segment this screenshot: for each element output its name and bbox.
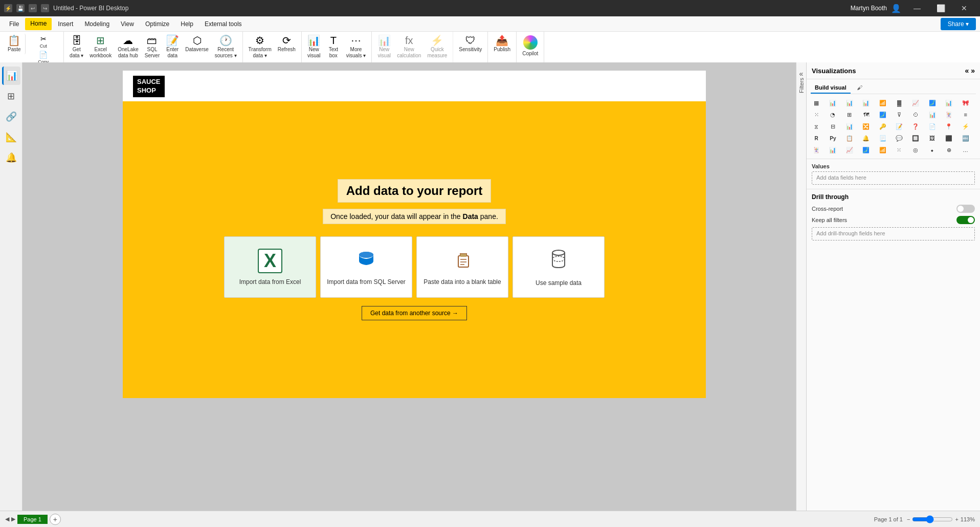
page-tab[interactable]: Page 1 xyxy=(17,515,48,524)
vis-icon-r[interactable]: R xyxy=(811,133,822,144)
vis-icon-donut[interactable]: ◎ xyxy=(910,144,921,156)
recent-sources-button[interactable]: 🕐 Recentsources ▾ xyxy=(212,34,239,60)
vis-icon-funnel[interactable]: ⊽ xyxy=(894,109,905,120)
add-page-button[interactable]: + xyxy=(50,514,61,525)
menu-modeling[interactable]: Modeling xyxy=(79,18,115,30)
drill-through-drop-zone[interactable]: Add drill-through fields here xyxy=(812,227,975,240)
sidebar-model-icon[interactable]: 🔗 xyxy=(2,107,20,126)
vis-icon-slicer[interactable]: ⧖ xyxy=(811,121,822,132)
vis-icon-ribbon[interactable]: 🎀 xyxy=(960,97,971,108)
vis-icon-textfilter[interactable]: 🔤 xyxy=(960,133,971,144)
vis-icon-area2[interactable]: 🗾 xyxy=(860,144,872,156)
vis-icon-more[interactable]: ⊕ xyxy=(943,144,954,156)
vis-icon-decomp[interactable]: 🔀 xyxy=(860,121,872,132)
vis-icon-map[interactable]: 🗺 xyxy=(860,109,872,120)
vis-icon-stacked-bar[interactable]: 📊 xyxy=(844,97,855,108)
refresh-button[interactable]: ⟳ Refresh xyxy=(275,34,298,54)
panel-collapse-button[interactable]: « xyxy=(965,67,969,75)
vis-icon-sparkline[interactable]: ⬥ xyxy=(927,144,938,156)
vis-icon-table[interactable]: ▦ xyxy=(811,97,822,108)
menu-file[interactable]: File xyxy=(4,18,24,30)
vis-icon-col2[interactable]: 📶 xyxy=(877,144,888,156)
vis-icon-scatter[interactable]: ⁙ xyxy=(811,109,822,120)
values-drop-zone[interactable]: Add data fields here xyxy=(812,171,975,185)
cut-button[interactable]: ✂ Cut xyxy=(27,34,61,50)
zoom-slider[interactable] xyxy=(912,515,953,523)
vis-icon-treemap[interactable]: ⊞ xyxy=(844,109,855,120)
get-data-link[interactable]: Get data from another source → xyxy=(362,306,467,320)
vis-icon-pie[interactable]: ◔ xyxy=(827,109,838,120)
sidebar-alerts-icon[interactable]: 🔔 xyxy=(2,148,20,167)
sidebar-report-icon[interactable]: 📊 xyxy=(2,67,20,85)
sample-card[interactable]: Use sample data xyxy=(513,236,605,298)
share-button[interactable]: Share ▾ xyxy=(941,18,976,30)
vis-icon-gauge[interactable]: ⏲ xyxy=(910,109,921,120)
menu-home[interactable]: Home xyxy=(25,18,52,30)
vis-icon-multirow[interactable]: ≡ xyxy=(960,109,971,120)
get-data-button[interactable]: 🗄 Getdata ▾ xyxy=(67,34,86,60)
vis-icon-kpi[interactable]: 📊 xyxy=(927,109,938,120)
sensitivity-button[interactable]: 🛡 Sensitivity xyxy=(456,34,484,54)
vis-icon-bar[interactable]: 📊 xyxy=(827,97,838,108)
publish-button[interactable]: 📤 Publish xyxy=(491,34,513,54)
zoom-minus[interactable]: − xyxy=(907,516,910,522)
vis-icon-waterfall[interactable]: 📊 xyxy=(844,121,855,132)
transform-data-button[interactable]: ⚙ Transformdata ▾ xyxy=(246,34,274,60)
undo-icon[interactable]: ↩ xyxy=(29,4,37,12)
vis-icon-image[interactable]: 🖼 xyxy=(927,133,938,144)
vis-icon-anomaly[interactable]: 🔔 xyxy=(860,133,872,144)
dataverse-button[interactable]: ⬡ Dataverse xyxy=(183,34,211,54)
vis-icon-clustered-bar[interactable]: 📊 xyxy=(860,97,872,108)
build-visual-tab[interactable]: Build visual xyxy=(811,82,851,94)
menu-view[interactable]: View xyxy=(116,18,139,30)
sql-server-button[interactable]: 🗃 SQLServer xyxy=(142,34,162,60)
paste-card[interactable]: Paste data into a blank table xyxy=(416,236,508,298)
vis-icon-stacked-col[interactable]: ▓ xyxy=(894,97,905,108)
sidebar-table-icon[interactable]: ⊞ xyxy=(2,87,20,105)
more-visuals-button[interactable]: ⋯ Morevisuals ▾ xyxy=(344,34,368,60)
vis-icon-button[interactable]: 🔲 xyxy=(910,133,921,144)
vis-icon-qna[interactable]: ❓ xyxy=(910,121,921,132)
vis-icon-key-inf[interactable]: 🔑 xyxy=(877,121,888,132)
vis-icon-combo[interactable]: 📊 xyxy=(943,97,954,108)
keep-filters-toggle[interactable] xyxy=(956,216,975,224)
redo-icon[interactable]: ↪ xyxy=(41,4,49,12)
vis-icon-smart-narrative[interactable]: 📋 xyxy=(844,133,855,144)
vis-icon-python[interactable]: Py xyxy=(827,133,838,144)
zoom-plus[interactable]: + xyxy=(955,516,958,522)
user-avatar[interactable]: 👤 xyxy=(891,4,901,13)
paste-button[interactable]: 📋 Paste xyxy=(5,34,26,54)
copilot-button[interactable]: Copilot xyxy=(520,34,541,58)
vis-icon-narrative[interactable]: 📝 xyxy=(894,121,905,132)
vis-icon-ellipsis[interactable]: … xyxy=(960,144,971,156)
sidebar-dax-icon[interactable]: 📐 xyxy=(2,128,20,146)
vis-icon-power-apps[interactable]: ⚡ xyxy=(960,121,971,132)
next-page-button[interactable]: ▶ xyxy=(11,516,15,522)
vis-icon-shape-map[interactable]: 🗾 xyxy=(877,109,888,120)
panel-expand-button[interactable]: » xyxy=(971,67,975,75)
vis-icon-col[interactable]: 📶 xyxy=(877,97,888,108)
sql-card[interactable]: Import data from SQL Server xyxy=(320,236,412,298)
text-box-button[interactable]: T Textbox xyxy=(324,34,343,60)
vis-icon-line2[interactable]: 📈 xyxy=(844,144,855,156)
vis-icon-paginated[interactable]: 📄 xyxy=(927,121,938,132)
vis-icon-chat[interactable]: 💬 xyxy=(894,133,905,144)
maximize-button[interactable]: ⬜ xyxy=(929,0,952,16)
new-visual-button[interactable]: 📊 Newvisual xyxy=(305,34,323,60)
vis-icon-area[interactable]: 🗾 xyxy=(927,97,938,108)
vis-icon-matrix[interactable]: ⊟ xyxy=(827,121,838,132)
minimize-button[interactable]: — xyxy=(905,0,929,16)
save-icon[interactable]: 💾 xyxy=(16,4,25,12)
vis-icon-azure-map[interactable]: 📍 xyxy=(943,121,954,132)
vis-icon-paginated2[interactable]: 📃 xyxy=(877,133,888,144)
vis-icon-card[interactable]: 🃏 xyxy=(943,109,954,120)
menu-external-tools[interactable]: External tools xyxy=(199,18,247,30)
filter-collapse-icon[interactable]: « xyxy=(799,70,804,78)
menu-insert[interactable]: Insert xyxy=(53,18,78,30)
menu-help[interactable]: Help xyxy=(175,18,198,30)
vis-icon-scatter2[interactable]: ⁙ xyxy=(894,144,905,156)
vis-icon-shape[interactable]: ⬛ xyxy=(943,133,954,144)
filter-label[interactable]: Filters xyxy=(798,78,805,93)
vis-icon-card2[interactable]: 🃏 xyxy=(811,144,822,156)
vis-icon-bar2[interactable]: 📊 xyxy=(827,144,838,156)
